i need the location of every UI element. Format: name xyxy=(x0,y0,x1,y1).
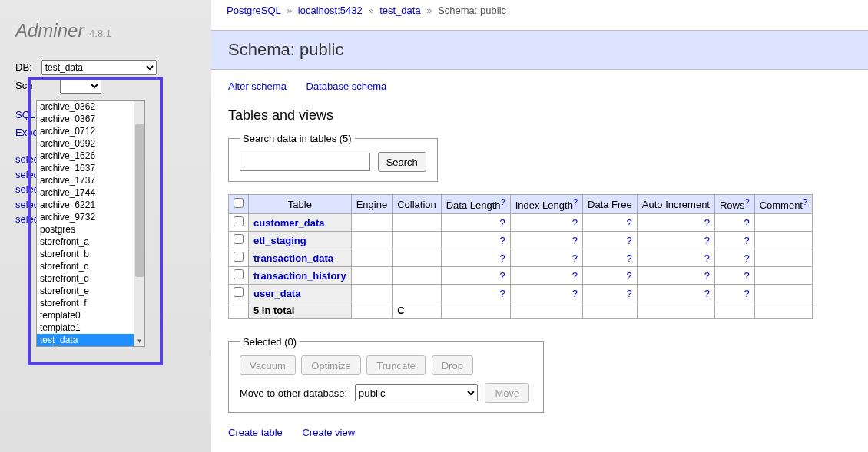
dropdown-option[interactable]: storefront_e xyxy=(37,285,134,297)
move-label: Move to other database: xyxy=(240,388,347,399)
dropdown-option[interactable]: storefront_c xyxy=(37,260,134,272)
sql-link[interactable]: SQL xyxy=(15,109,35,120)
dropdown-option[interactable]: archive_1737 xyxy=(37,174,134,186)
truncate-button[interactable]: Truncate xyxy=(366,355,426,375)
scroll-down-arrow[interactable]: ▼ xyxy=(134,338,144,345)
auto-inc-link[interactable]: ? xyxy=(704,270,710,282)
data-length-link[interactable]: ? xyxy=(499,270,505,282)
dropdown-option[interactable]: storefront_d xyxy=(37,272,134,285)
export-link[interactable]: Expo xyxy=(15,127,38,138)
dropdown-option[interactable]: archive_9732 xyxy=(37,211,134,223)
table-row: user_data????? xyxy=(229,285,813,302)
rows-link[interactable]: ? xyxy=(744,217,749,229)
data-length-link[interactable]: ? xyxy=(499,288,505,299)
table-row: transaction_history????? xyxy=(229,267,813,285)
table-name-link[interactable]: customer_data xyxy=(253,217,324,229)
row-checkbox[interactable] xyxy=(234,234,244,244)
data-free-link[interactable]: ? xyxy=(627,288,632,299)
data-free-link[interactable]: ? xyxy=(627,252,632,264)
auto-inc-link[interactable]: ? xyxy=(704,288,710,299)
table-name-link[interactable]: user_data xyxy=(253,288,300,299)
db-select[interactable]: test_data xyxy=(41,60,157,75)
col-engine[interactable]: Engine xyxy=(351,195,392,214)
index-length-link[interactable]: ? xyxy=(572,288,578,299)
data-length-link[interactable]: ? xyxy=(499,235,505,246)
col-index-length[interactable]: Index Length? xyxy=(510,195,582,214)
scrollbar-thumb[interactable] xyxy=(135,124,144,277)
index-length-link[interactable]: ? xyxy=(572,235,578,246)
col-table[interactable]: Table xyxy=(249,195,352,214)
col-rows[interactable]: Rows? xyxy=(714,195,754,214)
breadcrumb-driver[interactable]: PostgreSQL xyxy=(227,5,280,16)
selected-fieldset: Selected (0) Vacuum Optimize Truncate Dr… xyxy=(228,336,544,413)
dropdown-option[interactable]: postgres xyxy=(37,223,134,236)
breadcrumb-schema: Schema: public xyxy=(438,5,506,16)
vacuum-button[interactable]: Vacuum xyxy=(240,355,296,375)
create-view-link[interactable]: Create view xyxy=(302,427,355,438)
row-checkbox[interactable] xyxy=(234,216,244,226)
dropdown-option[interactable]: test_data xyxy=(37,334,134,346)
db-dropdown-popup[interactable]: archive_0362archive_0367archive_0712arch… xyxy=(36,100,145,347)
rows-link[interactable]: ? xyxy=(744,235,749,246)
dropdown-option[interactable]: archive_0367 xyxy=(37,113,134,125)
dropdown-option[interactable]: template1 xyxy=(37,322,134,334)
col-auto-inc[interactable]: Auto Increment xyxy=(637,195,714,214)
search-input[interactable] xyxy=(240,153,370,171)
table-name-link[interactable]: transaction_history xyxy=(253,270,346,282)
page-title: Schema: public xyxy=(228,40,851,60)
dropdown-option[interactable]: archive_0362 xyxy=(37,101,134,113)
scrollbar[interactable]: ▼ xyxy=(134,101,144,346)
breadcrumb-host[interactable]: localhost:5432 xyxy=(298,5,363,16)
index-length-link[interactable]: ? xyxy=(572,252,578,264)
database-schema-link[interactable]: Database schema xyxy=(306,81,387,92)
schema-select[interactable] xyxy=(60,78,101,94)
main-content: PostgreSQL » localhost:5432 » test_data … xyxy=(211,0,868,452)
rows-link[interactable]: ? xyxy=(744,270,749,282)
dropdown-option[interactable]: storefront_b xyxy=(37,248,134,260)
row-checkbox[interactable] xyxy=(234,287,244,297)
auto-inc-link[interactable]: ? xyxy=(704,217,710,229)
data-free-link[interactable]: ? xyxy=(627,217,632,229)
select-all-checkbox[interactable] xyxy=(234,198,244,208)
data-length-link[interactable]: ? xyxy=(499,217,505,229)
optimize-button[interactable]: Optimize xyxy=(301,355,360,375)
auto-inc-link[interactable]: ? xyxy=(704,235,710,246)
data-length-link[interactable]: ? xyxy=(499,252,505,264)
table-name-link[interactable]: etl_staging xyxy=(253,235,306,246)
dropdown-option[interactable]: archive_1744 xyxy=(37,186,134,199)
table-name-link[interactable]: transaction_data xyxy=(253,252,333,264)
schema-label: Sch xyxy=(15,80,38,91)
drop-button[interactable]: Drop xyxy=(432,355,473,375)
row-checkbox[interactable] xyxy=(234,252,244,262)
col-collation[interactable]: Collation xyxy=(393,195,442,214)
create-table-link[interactable]: Create table xyxy=(228,427,283,438)
breadcrumb: PostgreSQL » localhost:5432 » test_data … xyxy=(211,0,868,21)
row-checkbox[interactable] xyxy=(234,269,244,279)
table-row: etl_staging????? xyxy=(229,232,813,249)
col-data-length[interactable]: Data Length? xyxy=(441,195,510,214)
breadcrumb-sep: » xyxy=(287,5,292,16)
breadcrumb-db[interactable]: test_data xyxy=(379,5,421,16)
col-comment[interactable]: Comment? xyxy=(754,195,812,214)
alter-schema-link[interactable]: Alter schema xyxy=(228,81,287,92)
data-free-link[interactable]: ? xyxy=(627,235,632,246)
move-target-select[interactable]: public xyxy=(355,384,478,401)
rows-link[interactable]: ? xyxy=(744,252,749,264)
dropdown-option[interactable]: archive_1637 xyxy=(37,162,134,174)
dropdown-option[interactable]: archive_0712 xyxy=(37,125,134,137)
dropdown-option[interactable]: storefront_a xyxy=(37,236,134,248)
index-length-link[interactable]: ? xyxy=(572,217,578,229)
search-button[interactable]: Search xyxy=(378,152,426,172)
sidebar: Adminer 4.8.1 DB: test_data Sch SQL Expo… xyxy=(0,0,211,452)
rows-link[interactable]: ? xyxy=(744,288,749,299)
index-length-link[interactable]: ? xyxy=(572,270,578,282)
dropdown-option[interactable]: archive_1626 xyxy=(37,150,134,162)
move-button[interactable]: Move xyxy=(485,383,529,403)
data-free-link[interactable]: ? xyxy=(627,270,632,282)
dropdown-option[interactable]: archive_6221 xyxy=(37,199,134,211)
col-data-free[interactable]: Data Free xyxy=(583,195,638,214)
auto-inc-link[interactable]: ? xyxy=(704,252,710,264)
dropdown-option[interactable]: archive_0992 xyxy=(37,137,134,150)
dropdown-option[interactable]: template0 xyxy=(37,309,134,322)
dropdown-option[interactable]: storefront_f xyxy=(37,297,134,309)
